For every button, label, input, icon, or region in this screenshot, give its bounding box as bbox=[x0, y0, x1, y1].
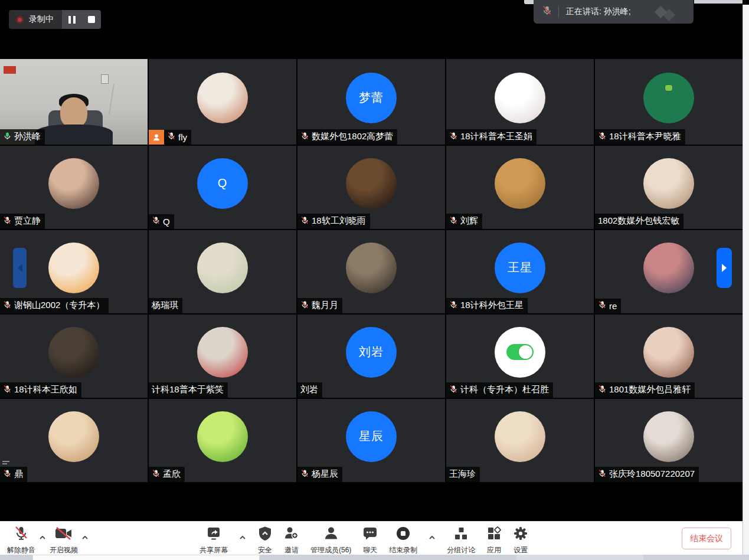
participant-name-label: 杨星辰 bbox=[297, 467, 342, 482]
toolbar-button-label: 解除静音 bbox=[7, 545, 35, 555]
video-person-head bbox=[60, 97, 87, 128]
participant-label-row: 杨星辰 bbox=[297, 467, 342, 482]
avatar: 王星 bbox=[495, 243, 545, 293]
participant-tile[interactable]: 1801数媒外包吕雅轩 bbox=[595, 315, 743, 398]
muted-mic-icon bbox=[449, 385, 458, 395]
participant-tile[interactable]: 18计科普本尹晓雅 bbox=[595, 59, 743, 145]
toolbar-button-label: 管理成员(56) bbox=[310, 545, 351, 555]
stop-icon bbox=[88, 16, 95, 23]
avatar-initials: 王星 bbox=[508, 260, 532, 276]
participant-name-label: 计科18普本于紫笑 bbox=[149, 382, 228, 398]
participant-name: 孟欣 bbox=[163, 469, 181, 480]
toolbar-button-share-screen[interactable]: 共享屏幕 bbox=[199, 526, 228, 555]
toolbar-button-security-shield[interactable]: 安全 bbox=[257, 526, 273, 555]
participant-name-label: fly bbox=[164, 130, 191, 145]
toolbar-button-label: 开启视频 bbox=[50, 545, 78, 555]
toolbar-button-label: 聊天 bbox=[363, 545, 377, 555]
previous-page-arrow[interactable] bbox=[13, 248, 27, 288]
stop-recording-button[interactable] bbox=[81, 10, 101, 29]
participant-tile[interactable]: 计科18普本于紫笑 bbox=[149, 315, 296, 398]
muted-mic-icon bbox=[300, 132, 309, 142]
muted-mic-icon bbox=[152, 469, 161, 480]
meeting-toolbar: 解除静音开启视频 共享屏幕安全邀请管理成员(56)聊天结束录制分组讨论应用设置 … bbox=[0, 521, 749, 555]
speaking-indicator: 正在讲话: 孙洪峰; bbox=[534, 0, 694, 24]
participant-name-label: 杨瑞琪 bbox=[149, 298, 182, 313]
camera-off-icon bbox=[55, 526, 73, 543]
avatar bbox=[643, 243, 694, 293]
toolbar-button-members-person[interactable]: 管理成员(56) bbox=[310, 526, 351, 555]
participant-tile[interactable]: 计科（专升本）杜召胜 bbox=[446, 315, 594, 398]
toolbar-button-chat-bubble[interactable]: 聊天 bbox=[362, 526, 378, 555]
participant-tile[interactable]: 王星18计科外包王星 bbox=[446, 230, 594, 313]
share-screen-icon bbox=[206, 526, 221, 543]
participant-name: 张庆玲180507220207 bbox=[609, 469, 695, 480]
background-window-edge bbox=[743, 5, 749, 555]
stop-record-icon bbox=[395, 526, 411, 543]
avatar bbox=[495, 411, 545, 462]
participant-name: 18软工刘晓雨 bbox=[312, 215, 366, 227]
toolbar-button-mic-off[interactable]: 解除静音 bbox=[7, 526, 35, 555]
avatar bbox=[346, 158, 397, 209]
toolbar-button-breakout-rooms[interactable]: 分组讨论 bbox=[447, 526, 475, 555]
muted-mic-icon bbox=[3, 300, 12, 311]
toolbar-button-label: 分组讨论 bbox=[447, 545, 475, 555]
participant-label-row: 18计科普本王圣娟 bbox=[446, 129, 537, 145]
toolbar-button-settings-gear[interactable]: 设置 bbox=[513, 526, 528, 555]
mic-off-icon bbox=[14, 526, 29, 543]
participant-tile[interactable]: 1802数媒外包钱宏敏 bbox=[595, 146, 743, 229]
chevron-up-icon[interactable] bbox=[81, 532, 89, 542]
muted-mic-icon bbox=[3, 469, 12, 480]
participant-name-label: 孟欣 bbox=[149, 467, 185, 482]
members-person-icon bbox=[323, 526, 339, 543]
participant-tile[interactable]: 鼎 bbox=[0, 399, 148, 482]
participant-tile[interactable]: 孟欣 bbox=[149, 399, 296, 482]
participant-label-row: fly bbox=[149, 130, 191, 145]
participant-tile[interactable]: 刘辉 bbox=[446, 146, 594, 229]
participant-name-label: 18计科本王欣如 bbox=[0, 382, 81, 398]
participant-name: fly bbox=[178, 132, 187, 142]
end-meeting-button[interactable]: 结束会议 bbox=[682, 528, 731, 549]
participant-tile[interactable]: 孙洪峰 bbox=[0, 59, 148, 145]
toolbar-button-label: 应用 bbox=[487, 545, 501, 555]
participant-tile[interactable]: 梦蕾数媒外包1802高梦蕾 bbox=[297, 59, 445, 145]
participant-name-label: 1801数媒外包吕雅轩 bbox=[595, 382, 695, 398]
avatar bbox=[346, 243, 397, 293]
participant-name: 刘岩 bbox=[300, 384, 318, 395]
participant-label-row: 1802数媒外包钱宏敏 bbox=[595, 214, 683, 229]
avatar bbox=[643, 327, 694, 378]
muted-mic-icon bbox=[3, 385, 12, 395]
video-person-body bbox=[35, 125, 113, 145]
participant-tile[interactable]: 张庆玲180507220207 bbox=[595, 399, 743, 482]
participant-tile[interactable]: 魏月月 bbox=[297, 230, 445, 313]
participant-tile[interactable]: 王海珍 bbox=[446, 399, 594, 482]
participant-tile[interactable]: 贾立静 bbox=[0, 146, 148, 229]
chevron-up-icon[interactable] bbox=[39, 532, 46, 542]
chevron-up-icon[interactable] bbox=[429, 532, 436, 542]
toolbar-button-stop-record[interactable]: 结束录制 bbox=[389, 526, 417, 555]
avatar-initials: Q bbox=[218, 176, 228, 190]
participant-tile[interactable]: 18计科本王欣如 bbox=[0, 315, 148, 398]
participant-tile[interactable]: QQ bbox=[149, 146, 296, 229]
chevron-up-icon[interactable] bbox=[239, 532, 246, 542]
participant-tile[interactable]: 18软工刘晓雨 bbox=[297, 146, 445, 229]
participant-tile[interactable]: 星辰杨星辰 bbox=[297, 399, 445, 482]
participant-tile[interactable]: 杨瑞琪 bbox=[149, 230, 296, 313]
pause-recording-button[interactable] bbox=[62, 10, 81, 29]
participant-name-label: 18计科普本王圣娟 bbox=[446, 129, 537, 145]
avatar bbox=[197, 243, 248, 293]
participant-label-row: 数媒外包1802高梦蕾 bbox=[297, 129, 397, 145]
avatar bbox=[495, 73, 545, 123]
next-page-arrow[interactable] bbox=[717, 248, 732, 288]
toolbar-button-invite-person-plus[interactable]: 邀请 bbox=[284, 526, 299, 555]
muted-mic-icon bbox=[598, 385, 607, 395]
participant-tile[interactable]: 18计科普本王圣娟 bbox=[446, 59, 594, 145]
toolbar-button-camera-off[interactable]: 开启视频 bbox=[50, 526, 78, 555]
recording-label: 录制中 bbox=[29, 14, 54, 25]
participant-name-label: 贾立静 bbox=[0, 214, 45, 229]
toolbar-button-apps-grid[interactable]: 应用 bbox=[486, 526, 502, 555]
toolbar-center-group: 共享屏幕安全邀请管理成员(56)聊天结束录制分组讨论应用设置 bbox=[199, 526, 528, 555]
avatar bbox=[495, 327, 545, 378]
participant-tile[interactable]: fly bbox=[149, 59, 296, 145]
participant-name: 杨瑞琪 bbox=[152, 300, 178, 311]
participant-tile[interactable]: 刘岩刘岩 bbox=[297, 315, 445, 398]
